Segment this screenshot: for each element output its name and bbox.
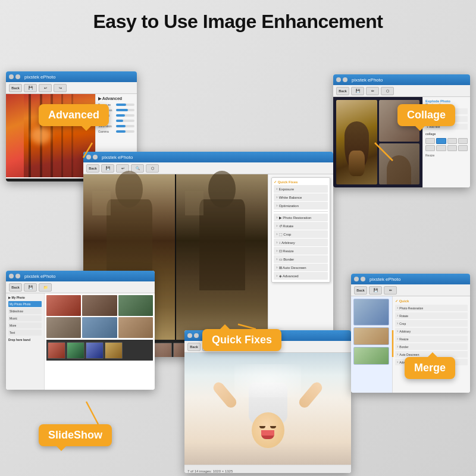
- merge-photorestore[interactable]: Photo Restoration: [395, 305, 468, 311]
- window-title-qf: pixstek ePhoto: [102, 155, 330, 160]
- quickfix-menu: ✓ Quick Fixes Exposure White Balance Opt…: [271, 177, 330, 283]
- collage-tool2[interactable]: ⬡: [381, 87, 394, 95]
- merge-preview-img-3: [353, 347, 389, 365]
- callout-quickfix: Quick Fixes: [202, 329, 281, 351]
- redo-button[interactable]: ↪: [54, 84, 67, 92]
- window-title-slideshow: pixstek ePhoto: [24, 274, 152, 279]
- toolbar-merge: Back 💾 ✏: [351, 284, 470, 296]
- grid-photo-5: [82, 317, 117, 338]
- autodescreen-menu-item[interactable]: ⊠ Auto Descreen: [274, 264, 328, 271]
- sidebar-text[interactable]: Text: [8, 330, 42, 336]
- window-close-btn[interactable]: [9, 74, 14, 79]
- callout-collage: Collage: [397, 104, 455, 126]
- baby-photo-area: [184, 353, 351, 465]
- callout-collage-label: Collage: [407, 109, 446, 121]
- screenshot-slideshow: pixstek ePhoto Back 💾 📁 ▶ My Photo My Ph…: [6, 271, 155, 390]
- qf-save-btn[interactable]: 💾: [101, 164, 114, 173]
- film-thumb-4: [105, 342, 123, 359]
- quickfix-header: ✓ Quick Fixes: [274, 180, 328, 184]
- merge-min-btn[interactable]: [361, 277, 365, 281]
- merge-close-btn[interactable]: [354, 277, 359, 281]
- baby-back-btn[interactable]: Back: [187, 343, 201, 351]
- arbitrary-menu-item[interactable]: ↕ Arbitrary: [274, 239, 328, 246]
- ss-min-btn[interactable]: [15, 274, 20, 278]
- slideshow-content: [45, 293, 155, 390]
- screenshots-container: pixstek ePhoto Back 💾 ↩ ↪ ▶ Advanced: [0, 39, 476, 476]
- grid-photo-1: [46, 295, 81, 316]
- merge-back-btn[interactable]: Back: [354, 286, 367, 295]
- grid-opt-3[interactable]: [447, 138, 457, 144]
- baby-min-btn[interactable]: [194, 333, 199, 338]
- ss-save-btn[interactable]: 💾: [24, 283, 37, 292]
- callout-slideshow-label: SlideShow: [48, 429, 102, 441]
- sidebar-slideshow[interactable]: Slideshow: [8, 308, 42, 314]
- window-titlebar-merge: pixstek ePhoto: [351, 274, 470, 284]
- qf-min-btn[interactable]: [93, 155, 98, 159]
- photorestore-menu-item[interactable]: ▶ Photo Restoration: [274, 214, 328, 221]
- collage-photo-large: [336, 100, 377, 184]
- merge-crop[interactable]: Crop: [395, 320, 468, 327]
- undo-button[interactable]: ↩: [39, 84, 52, 92]
- gamma-slider-row[interactable]: Gamma: [98, 130, 134, 133]
- collage-back-btn[interactable]: Back: [336, 87, 349, 95]
- ss-back-btn[interactable]: Back: [9, 283, 22, 292]
- qf-close-btn[interactable]: [86, 155, 91, 159]
- panel-title: ▶ Advanced: [98, 96, 134, 101]
- resize-menu-item[interactable]: ⊡ Resize: [274, 247, 328, 255]
- rotate-menu-item[interactable]: ↺ Rotate: [274, 222, 328, 230]
- callout-slideshow: SlideShow: [39, 424, 112, 446]
- crop-menu-item[interactable]: ⬚ Crop: [274, 230, 328, 238]
- collage-photo-sm2: [379, 143, 420, 185]
- merge-arbitrary[interactable]: Arbitrary: [395, 328, 468, 334]
- grid-opt-2[interactable]: [436, 138, 446, 144]
- optimization-menu-item[interactable]: Optimization: [274, 202, 328, 209]
- merge-tool1[interactable]: ✏: [384, 286, 397, 295]
- quickfix-panel: ✓ Quick Fixes Exposure White Balance Opt…: [268, 174, 333, 340]
- grid-opt-5[interactable]: [425, 145, 435, 151]
- grid-opt-8[interactable]: [458, 145, 468, 151]
- sidebar-myphoto[interactable]: My Photo Photo: [8, 301, 42, 307]
- ss-close-btn[interactable]: [9, 274, 14, 278]
- save-button[interactable]: 💾: [24, 84, 37, 92]
- advanced-menu-item[interactable]: ◈ Advanced: [274, 272, 328, 280]
- grid-photo-4: [46, 317, 81, 338]
- merge-resize[interactable]: Resize: [395, 336, 468, 342]
- back-button[interactable]: Back: [9, 84, 22, 92]
- sidebar-music[interactable]: Music: [8, 315, 42, 321]
- grid-photo-2: [82, 295, 117, 316]
- collage-close-btn[interactable]: [336, 77, 341, 82]
- window-titlebar-quickfix: pixstek ePhoto: [83, 152, 333, 162]
- qf-back-btn[interactable]: Back: [86, 164, 99, 173]
- collage-min-btn[interactable]: [343, 77, 347, 82]
- grid-opt-7[interactable]: [447, 145, 457, 151]
- collage-tool1[interactable]: ✏: [366, 87, 379, 95]
- screenshot-baby: pixstek ePhoto Back 💾 ✏ ⬡: [184, 330, 351, 473]
- page-title: Easy to Use Image Enhancement: [0, 0, 476, 39]
- exposure-menu-item[interactable]: Exposure: [274, 185, 328, 193]
- window-min-btn[interactable]: [15, 74, 20, 79]
- film-thumb-1: [48, 342, 65, 359]
- collage-grid-selector[interactable]: [425, 138, 468, 151]
- qf-zoom2[interactable]: ⬡: [146, 164, 159, 173]
- slideshow-main-area: ▶ My Photo My Photo Photo Slideshow Musi…: [6, 293, 155, 390]
- gamma-label: Gamma: [98, 130, 115, 133]
- grid-opt-1[interactable]: [425, 138, 435, 144]
- ss-add-btn[interactable]: 📁: [39, 283, 52, 292]
- grid-opt-4[interactable]: [458, 138, 468, 144]
- sidebar-more[interactable]: More: [8, 322, 42, 328]
- collage-save-btn[interactable]: 💾: [351, 87, 364, 95]
- window-titlebar-collage: pixstek ePhoto: [333, 74, 470, 85]
- film-thumb-3: [86, 342, 104, 359]
- screenshot-collage: pixstek ePhoto Back 💾 ✏ ⬡ Explode Pho: [333, 74, 470, 187]
- whitebalance-menu-item[interactable]: White Balance: [274, 193, 328, 201]
- window-titlebar-advanced: pixstek ePhoto: [6, 71, 137, 82]
- grid-opt-6[interactable]: [436, 145, 446, 151]
- merge-save-btn[interactable]: 💾: [369, 286, 382, 295]
- toolbar-collage: Back 💾 ✏ ⬡: [333, 85, 470, 97]
- after-image: [175, 174, 268, 340]
- merge-rotate[interactable]: Rotate: [395, 312, 468, 319]
- toolbar-slideshow: Back 💾 📁: [6, 281, 155, 293]
- baby-close-btn[interactable]: [187, 333, 192, 338]
- border-menu-item[interactable]: ▭ Border: [274, 255, 328, 263]
- callout-quickfix-label: Quick Fixes: [212, 334, 272, 346]
